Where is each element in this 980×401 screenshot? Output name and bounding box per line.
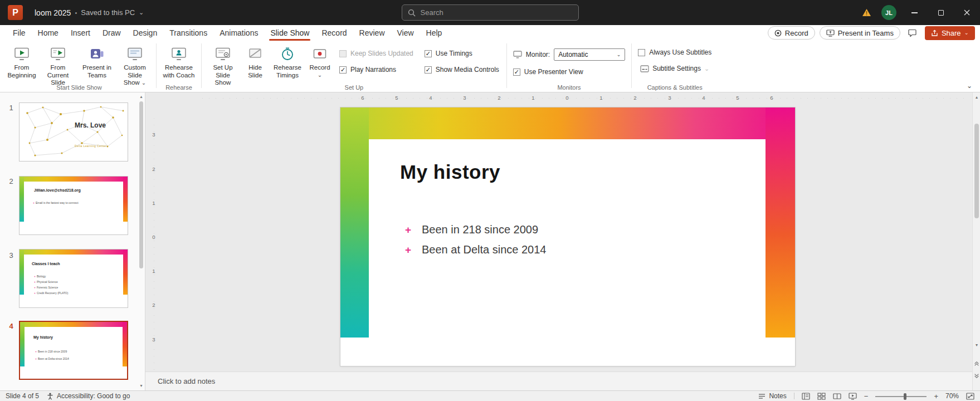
ruler-number: 6 <box>361 95 364 101</box>
comments-button[interactable] <box>905 26 920 40</box>
from-current-slide-button[interactable]: From Current Slide <box>40 43 76 88</box>
slide-title[interactable]: My history <box>400 161 500 183</box>
bullet-item[interactable]: + Been at Delta since 2014 <box>405 243 547 263</box>
reading-view-button[interactable] <box>833 393 841 400</box>
thumb1-title: Mrs. Love <box>75 121 106 129</box>
previous-slide-button[interactable] <box>973 359 980 368</box>
close-icon <box>964 9 970 16</box>
tab-animations[interactable]: Animations <box>213 25 264 41</box>
zoom-out-button[interactable]: − <box>864 393 869 400</box>
slide-show-view-button[interactable] <box>849 393 857 400</box>
ruler-number: 3 <box>152 131 155 138</box>
checkbox-keep-slides-updated[interactable]: Keep Slides Updated <box>339 50 413 57</box>
slide-canvas[interactable]: My history + Been in 218 since 2009 + Be… <box>340 107 795 366</box>
gradient-frame-left <box>19 250 24 295</box>
titlebar-right-controls: JL <box>856 0 980 25</box>
zoom-in-button[interactable]: + <box>934 393 938 400</box>
record-ribbon-label: Record <box>309 64 330 72</box>
ruler-number: 1 <box>152 268 155 274</box>
collapse-ribbon-button[interactable]: ⌄ <box>967 82 972 90</box>
tab-draw[interactable]: Draw <box>96 25 127 41</box>
accessibility-status[interactable]: Accessibility: Good to go <box>47 392 130 400</box>
minimize-button[interactable] <box>901 0 928 25</box>
scroll-down-icon[interactable]: ▾ <box>139 384 144 388</box>
warning-icon[interactable] <box>856 0 876 25</box>
ruler-number: 6 <box>770 95 773 101</box>
avatar[interactable]: JL <box>881 5 896 20</box>
tab-view[interactable]: View <box>391 25 420 41</box>
tab-home[interactable]: Home <box>32 25 65 41</box>
slide-indicator[interactable]: Slide 4 of 5 <box>6 392 39 400</box>
slide-thumbnail-1[interactable]: Mrs. Love Delta Learning Center <box>19 102 128 162</box>
slide-body-placeholder[interactable]: + Been in 218 since 2009 + Been at Delta… <box>405 223 547 263</box>
powerpoint-logo[interactable]: P <box>8 5 23 20</box>
present-in-teams-button[interactable]: Present in Teams <box>820 26 900 40</box>
search-box[interactable] <box>402 4 579 21</box>
subtitle-settings-button[interactable]: Subtitle Settings ⌄ <box>638 63 711 74</box>
next-slide-button[interactable] <box>973 371 980 380</box>
share-icon <box>931 30 938 37</box>
slide-thumbnail-3[interactable]: Classes I teach +Biology +Physical Scien… <box>19 249 128 308</box>
zoom-slider[interactable] <box>875 392 927 400</box>
notes-pane[interactable]: Click to add notes <box>145 371 980 390</box>
tab-slide-show[interactable]: Slide Show <box>264 25 315 41</box>
tab-review[interactable]: Review <box>353 25 391 41</box>
vertical-scrollbar-thumb[interactable] <box>974 124 979 218</box>
present-in-teams-ribbon-button[interactable]: Present in Teams <box>79 43 115 80</box>
search-input[interactable] <box>421 8 573 17</box>
record-ribbon-button[interactable]: Record ⌄ <box>307 43 333 79</box>
slide-thumbnail-2[interactable]: Jillian.love@chsd218.org +Email is the f… <box>19 176 128 235</box>
fit-to-window-button[interactable] <box>966 393 974 400</box>
bullet-item[interactable]: + Been in 218 since 2009 <box>405 223 547 243</box>
close-button[interactable] <box>954 0 980 25</box>
tab-file[interactable]: File <box>7 25 32 41</box>
vertical-scrollbar[interactable]: ▴ ▾ <box>972 92 980 390</box>
checkbox-use-timings[interactable]: ✓ Use Timings <box>425 50 499 57</box>
thumb3-bullet: +Biology <box>34 275 46 278</box>
rehearse-with-coach-button[interactable]: Rehearse with Coach <box>160 43 197 80</box>
share-button[interactable]: Share ⌄ <box>925 26 975 40</box>
monitor-dropdown[interactable]: Automatic ⌄ <box>554 48 625 61</box>
slide-thumbnail-4[interactable]: My history +Been in 218 since 2009 +Been… <box>19 321 128 380</box>
zoom-slider-knob[interactable] <box>904 393 906 400</box>
ruler-number: 1 <box>599 95 602 101</box>
normal-view-button[interactable] <box>802 393 810 400</box>
checkbox-always-use-subtitles[interactable]: Always Use Subtitles <box>638 48 711 56</box>
tab-help[interactable]: Help <box>420 25 448 41</box>
custom-slide-show-button[interactable]: Custom Slide Show ⌄ <box>118 43 152 88</box>
thumb3-bullet: +Credit Recovery (PLATO) <box>34 291 68 295</box>
maximize-button[interactable] <box>928 0 954 25</box>
set-up-slide-show-button[interactable]: Set Up Slide Show <box>206 43 240 88</box>
thumbnail-scrollbar[interactable]: ▴ ▾ <box>139 94 144 389</box>
group-label-rehearse: Rehearse <box>157 84 201 91</box>
zoom-level[interactable]: 70% <box>945 392 959 400</box>
tab-insert[interactable]: Insert <box>65 25 96 41</box>
notes-placeholder: Click to add notes <box>158 377 215 385</box>
tab-record[interactable]: Record <box>315 25 353 41</box>
horizontal-ruler[interactable]: 6 5 4 3 2 1 0 1 2 3 4 5 6 <box>160 94 970 102</box>
thumb1-subtitle: Delta Learning Center <box>75 144 106 148</box>
vertical-ruler[interactable]: 3 2 1 0 1 2 3 <box>148 101 159 372</box>
tab-design[interactable]: Design <box>127 25 164 41</box>
maximize-icon <box>938 10 944 16</box>
chevron-down-icon: ⌄ <box>139 9 144 16</box>
from-beginning-label: From Beginning <box>7 64 36 79</box>
checkbox-label: Play Narrations <box>350 66 396 74</box>
record-button[interactable]: Record <box>768 26 815 40</box>
tab-transitions[interactable]: Transitions <box>163 25 213 41</box>
checkbox-show-media-controls[interactable]: ✓ Show Media Controls <box>425 66 499 74</box>
document-title[interactable]: loom 2025 • Saved to this PC ⌄ <box>30 6 148 19</box>
rehearse-timings-button[interactable]: Rehearse Timings <box>270 43 305 80</box>
from-beginning-button[interactable]: From Beginning <box>6 43 37 80</box>
hide-slide-button[interactable]: Hide Slide <box>242 43 268 80</box>
checkbox-play-narrations[interactable]: ✓ Play Narrations <box>339 66 413 74</box>
scroll-up-icon[interactable]: ▴ <box>973 92 980 101</box>
scroll-up-icon[interactable]: ▴ <box>139 95 144 99</box>
checkbox-use-presenter-view[interactable]: ✓ Use Presenter View <box>513 68 583 76</box>
record-button-label: Record <box>785 29 808 37</box>
scroll-down-icon[interactable]: ▾ <box>973 340 980 349</box>
notes-toggle-button[interactable]: Notes <box>758 392 786 400</box>
thumbnail-scrollbar-thumb[interactable] <box>139 101 143 268</box>
checkbox-label: Use Timings <box>436 50 472 57</box>
slide-sorter-view-button[interactable] <box>817 393 826 400</box>
